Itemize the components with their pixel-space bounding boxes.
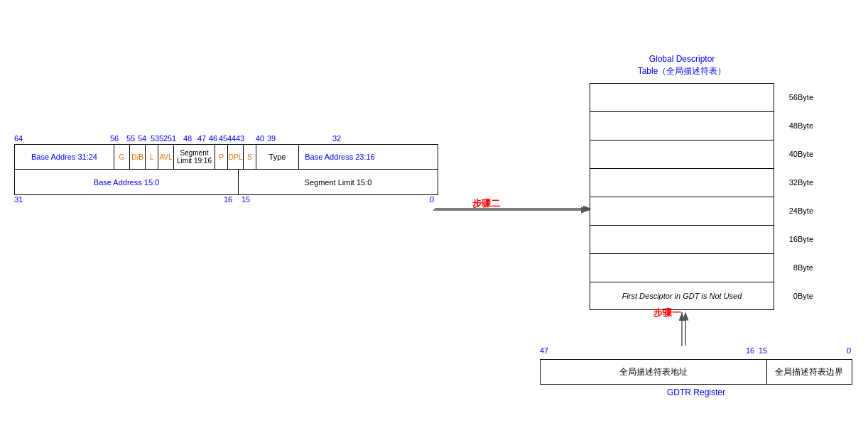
bit-15: 15 [242, 195, 250, 204]
gdtr-area: 47 16 15 0 全局描述符表地址 全局描述符表边界 GDTR Regist… [540, 346, 852, 397]
bit-0: 0 [430, 195, 434, 204]
gdt-row-16byte [590, 225, 774, 253]
gdtr-bit-0: 0 [847, 346, 851, 355]
gdtr-row: 全局描述符表地址 全局描述符表边界 [540, 359, 852, 385]
bit-51: 51 [168, 134, 176, 143]
cell-avl: AVL [158, 145, 174, 169]
cell-seg-limit-19-16: Segment Limit 19:16 [174, 145, 215, 169]
cell-base-addr-23-16: Base Address 23:16 [299, 145, 381, 169]
cell-s: S [244, 145, 256, 169]
gdt-label-40: 40Byte [789, 150, 813, 158]
cell-type: Type [256, 145, 299, 169]
gdtr-bit-16: 16 [746, 346, 754, 355]
descriptor-area: 64 56 55 54 53 52 51 48 47 46 45 44 43 4… [14, 131, 438, 207]
bit-31: 31 [14, 195, 23, 204]
cell-base-addr-15-0: Base Address 15:0 [15, 170, 239, 194]
gdtr-title: GDTR Register [540, 387, 852, 397]
bit-52: 52 [159, 134, 168, 143]
gdt-label-32: 32Byte [789, 178, 813, 187]
gdt-row-8byte [590, 253, 774, 282]
gdt-label-48: 48Byte [789, 121, 813, 130]
cell-dpl: DPL [228, 145, 244, 169]
gdt-label-0: 0Byte [793, 292, 813, 300]
gdt-table: 56Byte 48Byte 40Byte 32Byte 24Byte [590, 83, 774, 310]
bit-64: 64 [14, 134, 23, 143]
gdtr-cell-limit: 全局描述符表边界 [767, 360, 852, 384]
bit-numbers-top: 64 56 55 54 53 52 51 48 47 46 45 44 43 4… [14, 131, 438, 143]
bit-47: 47 [197, 134, 206, 143]
descriptor-row2: Base Address 15:0 Segment Limit 15:0 [14, 170, 438, 195]
bit-55: 55 [126, 134, 135, 143]
bit-32: 32 [332, 134, 341, 143]
cell-db: D/B [130, 145, 146, 169]
bit-54: 54 [138, 134, 146, 143]
gdt-row-56byte [590, 83, 774, 111]
descriptor-row1: Base Addres 31:24 G D/B L AVL Segment Li… [14, 144, 438, 170]
step2-label: 步骤二 [472, 197, 500, 210]
gdt-row-32byte [590, 168, 774, 197]
cell-base-addr-31-24: Base Addres 31:24 [15, 145, 114, 169]
gdtr-bit-numbers: 47 16 15 0 [540, 346, 852, 358]
gdt-row-24byte [590, 197, 774, 225]
gdt-row-40byte [590, 140, 774, 168]
gdt-label-56: 56Byte [789, 93, 813, 101]
bit-40: 40 [256, 134, 264, 143]
bit-39: 39 [267, 134, 276, 143]
gdt-label-8: 8Byte [793, 263, 813, 272]
gdtr-cell-address: 全局描述符表地址 [541, 360, 767, 384]
bit-numbers-bottom: 31 16 15 0 [14, 195, 438, 207]
bit-46: 46 [209, 134, 217, 143]
bit-43: 43 [236, 134, 244, 143]
bit-44: 44 [227, 134, 236, 143]
cell-seg-limit-15-0: Segment Limit 15:0 [239, 170, 438, 194]
bit-16: 16 [224, 195, 232, 204]
bit-48: 48 [183, 134, 192, 143]
gdt-label-24: 24Byte [789, 207, 813, 215]
gdt-first-desc-label: First Desciptor in GDT is Not Used [622, 292, 742, 300]
gdt-row-0byte: First Desciptor in GDT is Not Used [590, 282, 774, 310]
cell-l: L [146, 145, 158, 169]
gdtr-bit-15: 15 [759, 346, 767, 355]
gdt-row-48byte [590, 111, 774, 140]
gdt-label-16: 16Byte [789, 235, 813, 243]
bit-45: 45 [219, 134, 227, 143]
bit-53: 53 [151, 134, 159, 143]
cell-p: P [215, 145, 228, 169]
bit-56: 56 [110, 134, 119, 143]
step1-label: 步骤一 [653, 307, 681, 319]
gdt-area: Global Descriptor Table（全局描述符表） 56Byte 4… [590, 53, 774, 310]
diagram-container: 64 56 55 54 53 52 51 48 47 46 45 44 43 4… [0, 0, 868, 435]
gdtr-bit-47: 47 [540, 346, 548, 355]
cell-g: G [114, 145, 130, 169]
gdt-title: Global Descriptor Table（全局描述符表） [590, 53, 774, 77]
